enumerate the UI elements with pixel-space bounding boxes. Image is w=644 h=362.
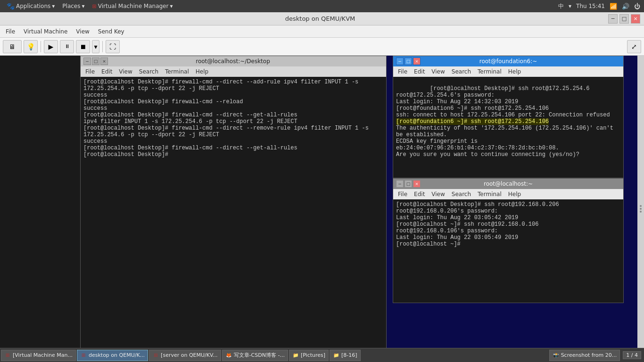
foundation-body[interactable]: [root@localhost Desktop]# ssh root@172.2… bbox=[393, 77, 623, 178]
taskbar-item-screenshot[interactable]: 📸 Screenshot from 20... bbox=[549, 350, 620, 361]
places-menu[interactable]: Places ▾ bbox=[59, 2, 87, 10]
foundation-menu-edit[interactable]: Edit bbox=[411, 68, 428, 75]
localhost-menu-edit[interactable]: Edit bbox=[411, 190, 428, 198]
foundation-menu-help[interactable]: Help bbox=[505, 68, 524, 75]
language-indicator[interactable]: 中 bbox=[558, 2, 564, 10]
inner-menu-view[interactable]: View bbox=[116, 68, 135, 75]
power-icon[interactable]: ⏻ bbox=[634, 3, 640, 10]
applications-label: Applications bbox=[16, 3, 50, 9]
inner-term-title: root@localhost:~/Desktop bbox=[196, 58, 270, 65]
vm-manager-menu[interactable]: ⊞ Virtual Machine Manager ▾ bbox=[90, 2, 176, 10]
applications-menu[interactable]: 🐾 Applications ▾ bbox=[4, 1, 58, 11]
taskbar-server-label: [server on QEMU/KV... bbox=[161, 352, 217, 358]
toolbar-pause-btn[interactable]: ⏸ bbox=[60, 40, 74, 53]
foundation-minimize[interactable]: − bbox=[396, 58, 404, 65]
localhost-menu-search[interactable]: Search bbox=[449, 190, 474, 198]
localhost-menu-help[interactable]: Help bbox=[505, 190, 524, 198]
resize-icon: ⤢ bbox=[631, 43, 637, 50]
handle-dot bbox=[640, 205, 642, 207]
inner-menu-terminal[interactable]: Terminal bbox=[162, 68, 192, 75]
taskbar-item-csdn[interactable]: 🦊 写文章-CSDN博客 -... bbox=[222, 350, 288, 361]
localhost-titlebar: − □ × root@localhost:~ bbox=[393, 179, 623, 189]
foundation-title: root@foundation6:~ bbox=[479, 58, 537, 65]
localhost-maximize[interactable]: □ bbox=[405, 180, 412, 188]
toolbar-play-btn[interactable]: ▶ bbox=[44, 40, 58, 53]
wifi-icon[interactable]: 📶 bbox=[610, 3, 617, 10]
foundation-menu-view[interactable]: View bbox=[429, 68, 447, 75]
applications-arrow: ▾ bbox=[52, 3, 55, 9]
localhost-menubar: File Edit View Search Terminal Help bbox=[393, 189, 623, 199]
inner-menu-search[interactable]: Search bbox=[136, 68, 161, 75]
localhost-terminal: − □ × root@localhost:~ File Edit View Se… bbox=[393, 178, 624, 303]
taskbar-item-vm-manager[interactable]: ⊞ [Virtual Machine Man... bbox=[1, 350, 76, 361]
taskbar-pictures-label: [Pictures] bbox=[301, 352, 325, 358]
volume-icon[interactable]: 🔊 bbox=[622, 3, 629, 10]
qemu-maximize-btn[interactable]: □ bbox=[619, 14, 629, 24]
system-bar-left: 🐾 Applications ▾ Places ▾ ⊞ Virtual Mach… bbox=[4, 1, 175, 11]
inner-terminal: − □ × root@localhost:~/Desktop File Edit… bbox=[80, 56, 387, 362]
taskbar-firefox-icon: 🦊 bbox=[225, 352, 232, 359]
inner-term-maximize[interactable]: □ bbox=[92, 58, 99, 65]
toolbar-resize-btn[interactable]: ⤢ bbox=[627, 40, 641, 53]
toolbar-fullscreen-btn[interactable]: ⛶ bbox=[106, 40, 120, 53]
inner-term-minimize[interactable]: − bbox=[83, 58, 91, 65]
taskbar-server-icon: ⊞ bbox=[152, 352, 159, 359]
inner-menu-file[interactable]: File bbox=[83, 68, 98, 75]
vm-manager-label: Virtual Machine Manager bbox=[98, 3, 169, 9]
taskbar-screenshot-label: Screenshot from 20... bbox=[561, 352, 617, 358]
lightbulb-icon: 💡 bbox=[27, 43, 35, 50]
localhost-menu-view[interactable]: View bbox=[429, 190, 447, 198]
toolbar-lightbulb-btn[interactable]: 💡 bbox=[24, 40, 38, 53]
foundation-menubar: File Edit View Search Terminal Help bbox=[393, 66, 623, 77]
inner-term-close[interactable]: × bbox=[100, 58, 108, 65]
inner-terminal-titlebar: − □ × root@localhost:~/Desktop bbox=[81, 56, 386, 66]
toolbar-monitor-btn[interactable]: 🖥 bbox=[3, 40, 22, 53]
foundation-titlebar: − □ × root@foundation6:~ bbox=[393, 56, 623, 66]
qemu-window: desktop on QEMU/KVM − □ × File Virtual M… bbox=[0, 12, 644, 362]
qemu-title: desktop on QEMU/KVM bbox=[32, 15, 608, 22]
localhost-title: root@localhost:~ bbox=[484, 181, 533, 187]
toolbar-stop-btn[interactable]: ⏹ bbox=[76, 40, 90, 53]
foundation-content-after: The authenticity of host '172.25.254.106… bbox=[396, 125, 617, 158]
qemu-resize-handle[interactable] bbox=[637, 56, 644, 362]
inner-menu-help[interactable]: Help bbox=[193, 68, 211, 75]
localhost-body[interactable]: [root@localhost Desktop]# ssh root@192.1… bbox=[393, 199, 623, 303]
inner-terminal-menubar: File Edit View Search Terminal Help bbox=[81, 66, 386, 77]
fullscreen-icon: ⛶ bbox=[109, 43, 116, 50]
places-arrow: ▾ bbox=[82, 3, 85, 9]
handle-dot bbox=[640, 211, 642, 213]
foundation-menu-file[interactable]: File bbox=[395, 68, 410, 75]
foundation-maximize[interactable]: □ bbox=[405, 58, 412, 65]
foundation-menu-search[interactable]: Search bbox=[449, 68, 474, 75]
localhost-close[interactable]: × bbox=[413, 180, 421, 188]
taskbar-item-desktop-qemu[interactable]: ⊞ desktop on QEMU/K... bbox=[77, 350, 148, 361]
taskbar-right: 📸 Screenshot from 20... 1 / 4 bbox=[549, 350, 643, 361]
qemu-minimize-btn[interactable]: − bbox=[608, 14, 618, 24]
pause-icon: ⏸ bbox=[65, 43, 70, 49]
qemu-menu-vm[interactable]: Virtual Machine bbox=[20, 27, 71, 36]
handle-dots bbox=[640, 205, 642, 213]
taskbar-item-8-16[interactable]: 📁 [8-16] bbox=[330, 350, 361, 361]
taskbar-item-pictures[interactable]: 📁 [Pictures] bbox=[289, 350, 329, 361]
qemu-close-btn[interactable]: × bbox=[631, 14, 640, 24]
qemu-menu-sendkey[interactable]: Send Key bbox=[94, 27, 128, 36]
qemu-menu-view[interactable]: View bbox=[72, 27, 93, 36]
taskbar-item-server-qemu[interactable]: ⊞ [server on QEMU/KV... bbox=[149, 350, 221, 361]
foundation-close[interactable]: × bbox=[413, 58, 421, 65]
qemu-menu-file[interactable]: File bbox=[2, 27, 19, 36]
monitor-icon: 🖥 bbox=[9, 43, 16, 50]
localhost-menu-file[interactable]: File bbox=[395, 190, 410, 198]
system-bar-right: 中 ▾ Thu 15:41 📶 🔊 ⏻ bbox=[558, 2, 640, 10]
vm-icon: ⊞ bbox=[92, 3, 97, 9]
inner-menu-edit[interactable]: Edit bbox=[99, 68, 115, 75]
localhost-menu-terminal[interactable]: Terminal bbox=[475, 190, 504, 198]
taskbar-desktop-label: desktop on QEMU/K... bbox=[89, 352, 145, 358]
inner-terminal-body[interactable]: [root@localhost Desktop]# firewall-cmd -… bbox=[81, 77, 386, 362]
localhost-minimize[interactable]: − bbox=[396, 180, 404, 188]
toolbar-dropdown-btn[interactable]: ▾ bbox=[92, 40, 99, 53]
dropdown-arrow-icon: ▾ bbox=[94, 43, 97, 50]
taskbar-vm-icon: ⊞ bbox=[4, 352, 11, 359]
foundation-menu-terminal[interactable]: Terminal bbox=[475, 68, 504, 75]
foundation-highlight: [root@foundation6 ~]# ssh root@172.25.25… bbox=[396, 118, 549, 125]
taskbar-csdn-label: 写文章-CSDN博客 -... bbox=[234, 352, 285, 359]
